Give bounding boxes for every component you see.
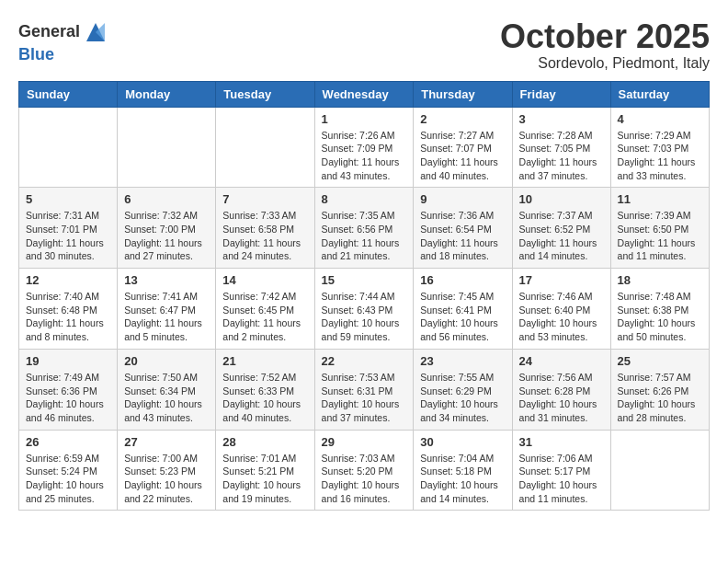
day-number: 31 — [519, 435, 604, 449]
calendar-cell: 5Sunrise: 7:31 AM Sunset: 7:01 PM Daylig… — [19, 188, 118, 269]
calendar-cell: 1Sunrise: 7:26 AM Sunset: 7:09 PM Daylig… — [314, 107, 414, 188]
day-info: Sunrise: 7:40 AM Sunset: 6:48 PM Dayligh… — [26, 290, 110, 344]
day-number: 30 — [420, 435, 505, 449]
calendar-cell: 9Sunrise: 7:36 AM Sunset: 6:54 PM Daylig… — [414, 188, 512, 269]
day-info: Sunrise: 7:50 AM Sunset: 6:34 PM Dayligh… — [124, 371, 209, 425]
day-number: 1 — [322, 112, 407, 126]
weekday-header-sunday: Sunday — [19, 81, 118, 107]
calendar-week-2: 5Sunrise: 7:31 AM Sunset: 7:01 PM Daylig… — [19, 188, 710, 269]
calendar-table: SundayMondayTuesdayWednesdayThursdayFrid… — [18, 81, 710, 511]
day-number: 10 — [519, 192, 604, 206]
page-header: General Blue October 2025 Sordevolo, Pie… — [18, 18, 710, 72]
day-number: 24 — [519, 354, 604, 368]
calendar-cell: 13Sunrise: 7:41 AM Sunset: 6:47 PM Dayli… — [118, 269, 216, 350]
month-title: October 2025 — [500, 18, 710, 55]
day-info: Sunrise: 7:31 AM Sunset: 7:01 PM Dayligh… — [26, 209, 110, 263]
calendar-week-4: 19Sunrise: 7:49 AM Sunset: 6:36 PM Dayli… — [19, 349, 710, 430]
day-info: Sunrise: 7:01 AM Sunset: 5:21 PM Dayligh… — [222, 452, 307, 506]
weekday-header-saturday: Saturday — [610, 81, 709, 107]
calendar-cell: 30Sunrise: 7:04 AM Sunset: 5:18 PM Dayli… — [414, 430, 512, 511]
day-number: 5 — [26, 192, 110, 206]
day-number: 20 — [124, 354, 209, 368]
day-number: 28 — [222, 435, 307, 449]
location-subtitle: Sordevolo, Piedmont, Italy — [500, 55, 710, 72]
day-number: 25 — [618, 354, 702, 368]
day-info: Sunrise: 7:03 AM Sunset: 5:20 PM Dayligh… — [322, 452, 407, 506]
logo-icon — [82, 18, 109, 46]
title-area: October 2025 Sordevolo, Piedmont, Italy — [500, 18, 710, 72]
day-info: Sunrise: 7:53 AM Sunset: 6:31 PM Dayligh… — [322, 371, 407, 425]
day-info: Sunrise: 7:57 AM Sunset: 6:26 PM Dayligh… — [618, 371, 702, 425]
day-number: 3 — [519, 112, 604, 126]
day-number: 13 — [124, 273, 209, 287]
weekday-header-thursday: Thursday — [414, 81, 512, 107]
day-info: Sunrise: 7:33 AM Sunset: 6:58 PM Dayligh… — [222, 209, 307, 263]
logo-text: General Blue — [18, 18, 109, 64]
calendar-cell: 28Sunrise: 7:01 AM Sunset: 5:21 PM Dayli… — [216, 430, 314, 511]
calendar-cell: 12Sunrise: 7:40 AM Sunset: 6:48 PM Dayli… — [19, 269, 118, 350]
day-info: Sunrise: 7:37 AM Sunset: 6:52 PM Dayligh… — [519, 209, 604, 263]
calendar-cell: 11Sunrise: 7:39 AM Sunset: 6:50 PM Dayli… — [610, 188, 709, 269]
day-number: 29 — [322, 435, 407, 449]
day-info: Sunrise: 7:35 AM Sunset: 6:56 PM Dayligh… — [322, 209, 407, 263]
calendar-cell: 3Sunrise: 7:28 AM Sunset: 7:05 PM Daylig… — [512, 107, 610, 188]
calendar-cell — [19, 107, 118, 188]
calendar-cell: 14Sunrise: 7:42 AM Sunset: 6:45 PM Dayli… — [216, 269, 314, 350]
day-number: 6 — [124, 192, 209, 206]
calendar-cell: 26Sunrise: 6:59 AM Sunset: 5:24 PM Dayli… — [19, 430, 118, 511]
day-info: Sunrise: 7:28 AM Sunset: 7:05 PM Dayligh… — [519, 129, 604, 183]
calendar-cell: 31Sunrise: 7:06 AM Sunset: 5:17 PM Dayli… — [512, 430, 610, 511]
day-info: Sunrise: 7:00 AM Sunset: 5:23 PM Dayligh… — [124, 452, 209, 506]
calendar-cell: 24Sunrise: 7:56 AM Sunset: 6:28 PM Dayli… — [512, 349, 610, 430]
calendar-cell: 2Sunrise: 7:27 AM Sunset: 7:07 PM Daylig… — [414, 107, 512, 188]
day-number: 15 — [322, 273, 407, 287]
day-number: 9 — [420, 192, 505, 206]
day-number: 7 — [222, 192, 307, 206]
weekday-header-monday: Monday — [118, 81, 216, 107]
day-info: Sunrise: 7:36 AM Sunset: 6:54 PM Dayligh… — [420, 209, 505, 263]
day-number: 11 — [618, 192, 702, 206]
calendar-cell: 21Sunrise: 7:52 AM Sunset: 6:33 PM Dayli… — [216, 349, 314, 430]
day-number: 16 — [420, 273, 505, 287]
day-info: Sunrise: 7:26 AM Sunset: 7:09 PM Dayligh… — [322, 129, 407, 183]
day-info: Sunrise: 7:55 AM Sunset: 6:29 PM Dayligh… — [420, 371, 505, 425]
day-info: Sunrise: 7:45 AM Sunset: 6:41 PM Dayligh… — [420, 290, 505, 344]
calendar-cell: 4Sunrise: 7:29 AM Sunset: 7:03 PM Daylig… — [610, 107, 709, 188]
logo: General Blue — [18, 18, 109, 64]
calendar-week-5: 26Sunrise: 6:59 AM Sunset: 5:24 PM Dayli… — [19, 430, 710, 511]
day-info: Sunrise: 7:56 AM Sunset: 6:28 PM Dayligh… — [519, 371, 604, 425]
calendar-week-3: 12Sunrise: 7:40 AM Sunset: 6:48 PM Dayli… — [19, 269, 710, 350]
day-number: 17 — [519, 273, 604, 287]
weekday-header-row: SundayMondayTuesdayWednesdayThursdayFrid… — [19, 81, 710, 107]
calendar-cell: 7Sunrise: 7:33 AM Sunset: 6:58 PM Daylig… — [216, 188, 314, 269]
logo-blue: Blue — [18, 45, 54, 63]
weekday-header-friday: Friday — [512, 81, 610, 107]
calendar-cell: 19Sunrise: 7:49 AM Sunset: 6:36 PM Dayli… — [19, 349, 118, 430]
day-number: 14 — [222, 273, 307, 287]
calendar-cell: 25Sunrise: 7:57 AM Sunset: 6:26 PM Dayli… — [610, 349, 709, 430]
day-number: 19 — [26, 354, 110, 368]
calendar-cell: 8Sunrise: 7:35 AM Sunset: 6:56 PM Daylig… — [314, 188, 414, 269]
day-info: Sunrise: 7:29 AM Sunset: 7:03 PM Dayligh… — [618, 129, 702, 183]
weekday-header-tuesday: Tuesday — [216, 81, 314, 107]
calendar-cell: 29Sunrise: 7:03 AM Sunset: 5:20 PM Dayli… — [314, 430, 414, 511]
calendar-cell: 16Sunrise: 7:45 AM Sunset: 6:41 PM Dayli… — [414, 269, 512, 350]
day-info: Sunrise: 7:27 AM Sunset: 7:07 PM Dayligh… — [420, 129, 505, 183]
day-info: Sunrise: 7:06 AM Sunset: 5:17 PM Dayligh… — [519, 452, 604, 506]
calendar-cell: 15Sunrise: 7:44 AM Sunset: 6:43 PM Dayli… — [314, 269, 414, 350]
calendar-cell: 20Sunrise: 7:50 AM Sunset: 6:34 PM Dayli… — [118, 349, 216, 430]
calendar-cell: 27Sunrise: 7:00 AM Sunset: 5:23 PM Dayli… — [118, 430, 216, 511]
day-info: Sunrise: 7:42 AM Sunset: 6:45 PM Dayligh… — [222, 290, 307, 344]
day-info: Sunrise: 7:04 AM Sunset: 5:18 PM Dayligh… — [420, 452, 505, 506]
calendar-cell: 18Sunrise: 7:48 AM Sunset: 6:38 PM Dayli… — [610, 269, 709, 350]
day-number: 12 — [26, 273, 110, 287]
calendar-cell — [216, 107, 314, 188]
day-info: Sunrise: 6:59 AM Sunset: 5:24 PM Dayligh… — [26, 452, 110, 506]
calendar-week-1: 1Sunrise: 7:26 AM Sunset: 7:09 PM Daylig… — [19, 107, 710, 188]
day-info: Sunrise: 7:49 AM Sunset: 6:36 PM Dayligh… — [26, 371, 110, 425]
day-info: Sunrise: 7:52 AM Sunset: 6:33 PM Dayligh… — [222, 371, 307, 425]
day-info: Sunrise: 7:39 AM Sunset: 6:50 PM Dayligh… — [618, 209, 702, 263]
day-number: 8 — [322, 192, 407, 206]
calendar-cell: 6Sunrise: 7:32 AM Sunset: 7:00 PM Daylig… — [118, 188, 216, 269]
calendar-cell — [610, 430, 709, 511]
